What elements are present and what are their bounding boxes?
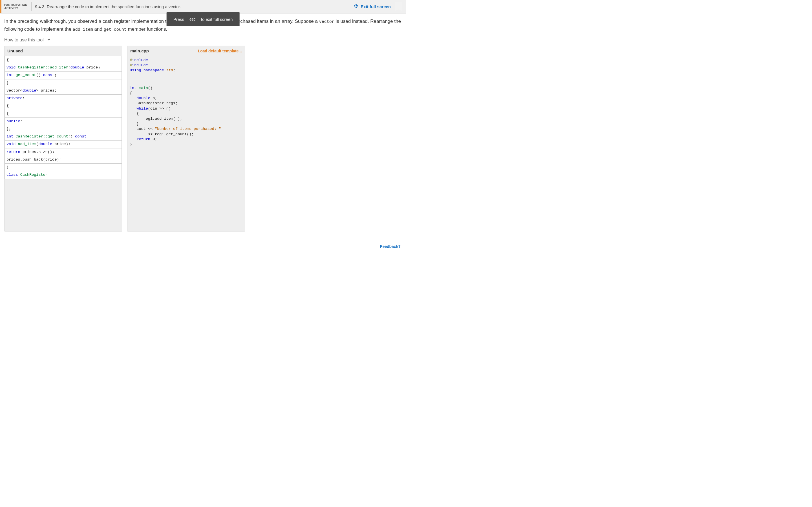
- code-tile[interactable]: }: [4, 163, 122, 171]
- how-to-use-toggle[interactable]: How to use this tool: [4, 37, 402, 43]
- load-default-button[interactable]: Load default template...: [198, 49, 242, 53]
- badge-line1: PARTICIPATION: [4, 3, 28, 7]
- code-tile[interactable]: prices.push_back(price);: [4, 156, 122, 164]
- esc-overlay: Press esc to exit full screen: [167, 12, 240, 26]
- participation-badge: PARTICIPATION ACTIVITY: [0, 0, 30, 13]
- unused-panel-header: Unused: [4, 46, 122, 56]
- code-tile[interactable]: int CashRegister::get_count() const: [4, 133, 122, 140]
- code-line: #include: [129, 58, 244, 63]
- code-tile[interactable]: {: [4, 56, 122, 64]
- unused-title: Unused: [7, 48, 23, 53]
- code-tile[interactable]: {: [4, 110, 122, 118]
- bookmark-icon[interactable]: [395, 2, 402, 11]
- code-line: cout << "Number of items purchased: ": [129, 126, 244, 131]
- code-line: }: [129, 121, 244, 126]
- esc-before: Press: [173, 17, 184, 22]
- code-tile[interactable]: vector<double> prices;: [4, 87, 122, 95]
- code-line: reg1.add_item(n);: [129, 116, 244, 121]
- code-editor[interactable]: #include #include using namespace std;in…: [128, 56, 245, 231]
- code-line: CashRegister reg1;: [129, 101, 244, 106]
- code-line: }: [129, 142, 244, 147]
- feedback-link[interactable]: Feedback?: [380, 244, 401, 249]
- code-tile[interactable]: void add_item(double price);: [4, 140, 122, 148]
- code-line: using namespace std;: [129, 68, 244, 73]
- code-line: {: [129, 91, 244, 96]
- drop-zone[interactable]: [129, 77, 244, 82]
- code-tile[interactable]: };: [4, 125, 122, 133]
- code-tile[interactable]: void CashRegister::add_item(double price…: [4, 64, 122, 71]
- code-line: #include: [129, 63, 244, 68]
- how-to-label: How to use this tool: [4, 38, 44, 43]
- unused-panel: Unused {void CashRegister::add_item(doub…: [4, 46, 122, 231]
- drop-zone-separator[interactable]: [129, 83, 244, 84]
- main-filename: main.cpp: [130, 48, 149, 53]
- drop-zone-separator[interactable]: [129, 75, 244, 75]
- main-panel: main.cpp Load default template... #inclu…: [127, 46, 245, 231]
- badge-line2: ACTIVITY: [4, 7, 28, 10]
- main-panel-header: main.cpp Load default template...: [128, 46, 245, 56]
- panels-row: Unused {void CashRegister::add_item(doub…: [4, 46, 402, 231]
- content-area: In the preceding walkthrough, you observ…: [0, 13, 406, 231]
- exit-fullscreen-label: Exit full screen: [361, 4, 391, 9]
- code-line: double n;: [129, 96, 244, 101]
- code-tile[interactable]: private:: [4, 94, 122, 102]
- code-tile[interactable]: {: [4, 102, 122, 110]
- code-line: int main(): [129, 86, 244, 91]
- unused-tile-list[interactable]: {void CashRegister::add_item(double pric…: [4, 56, 122, 179]
- activity-title: 9.4.3: Rearrange the code to implement t…: [35, 4, 353, 9]
- code-tile[interactable]: class CashRegister: [4, 171, 122, 179]
- code-line: return 0;: [129, 137, 244, 142]
- code-line: << reg1.get_count();: [129, 132, 244, 137]
- code-tile[interactable]: }: [4, 79, 122, 87]
- exit-fullscreen-button[interactable]: Exit full screen: [353, 4, 391, 10]
- divider: [31, 2, 32, 11]
- esc-after: to exit full screen: [201, 17, 233, 22]
- code-tile[interactable]: public:: [4, 117, 122, 125]
- code-line: {: [129, 111, 244, 116]
- collapse-icon: [353, 4, 358, 10]
- code-line: while(cin >> n): [129, 106, 244, 111]
- chevron-down-icon: [47, 37, 51, 43]
- esc-key: esc: [187, 16, 198, 22]
- activity-header: PARTICIPATION ACTIVITY 9.4.3: Rearrange …: [0, 0, 406, 13]
- code-tile[interactable]: int get_count() const;: [4, 71, 122, 79]
- code-tile[interactable]: return prices.size();: [4, 148, 122, 156]
